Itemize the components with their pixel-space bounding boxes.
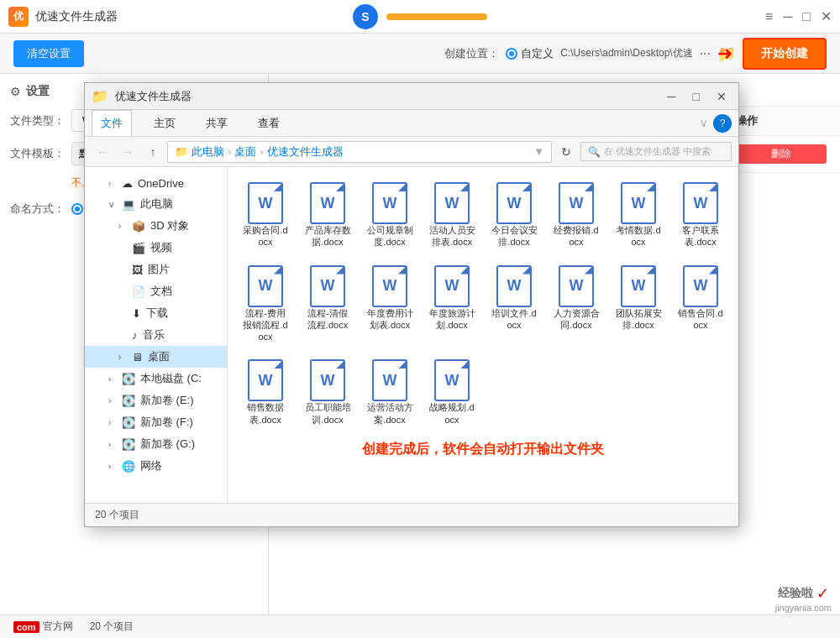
file-item[interactable]: W 战略规划.docx	[424, 354, 480, 431]
explorer-nav: ← → ↑ 📁 此电脑 › 桌面 › 优速文件生成器 ▼ ↻ 🔍 在 优速文件生…	[85, 137, 738, 167]
computer-icon: 💻	[122, 198, 135, 211]
ribbon-tab-file[interactable]: 文件	[92, 110, 132, 136]
creation-notice: 创建完成后，软件会自动打开输出文件夹	[238, 441, 728, 458]
sidebar-item-pictures[interactable]: 🖼 图片	[85, 259, 227, 280]
word-letter: W	[694, 195, 708, 212]
explorer-close-btn[interactable]: ✕	[711, 88, 732, 105]
fold-corner	[709, 266, 717, 275]
file-item[interactable]: W 公司规章制度.docx	[362, 177, 417, 254]
fold-corner	[274, 183, 282, 191]
search-placeholder[interactable]: 在 优速文件生成器 中搜索	[604, 145, 711, 158]
file-item[interactable]: W 年度费用计划表.docx	[362, 260, 417, 348]
help-button[interactable]: ?	[713, 114, 732, 133]
file-item[interactable]: W 活动人员安排表.docx	[424, 177, 480, 254]
sidebar-item-video[interactable]: 🎬 视频	[85, 237, 227, 259]
file-template-label: 文件模板：	[10, 146, 65, 161]
website-link[interactable]: com 官方网	[13, 620, 73, 634]
fold-corner	[585, 183, 593, 191]
fold-corner	[398, 266, 407, 275]
window-controls: ≡ ─ □ ✕	[765, 8, 832, 24]
sidebar-item-documents[interactable]: 📄 文档	[85, 280, 227, 302]
nav-back-btn[interactable]: ←	[92, 141, 113, 163]
sidebar-item-music[interactable]: ♪ 音乐	[85, 324, 227, 346]
word-file-icon: W	[621, 265, 656, 307]
file-item[interactable]: W 客户联系表.docx	[673, 177, 728, 254]
file-name-label: 活动人员安排表.docx	[428, 224, 476, 248]
ribbon-tab-home[interactable]: 主页	[145, 111, 184, 136]
file-item[interactable]: W 今日会议安排.docx	[486, 177, 542, 254]
file-item[interactable]: W 年度旅游计划.docx	[424, 260, 480, 348]
fold-corner	[398, 360, 407, 369]
maximize-btn[interactable]: □	[802, 9, 811, 24]
nav-up-btn[interactable]: ↑	[142, 141, 164, 163]
watermark-text: 经验啦	[778, 586, 813, 601]
word-file-icon: W	[248, 359, 283, 401]
sidebar-item-computer[interactable]: ∨ 💻 此电脑	[85, 193, 227, 215]
delete-button[interactable]: 删除	[736, 144, 827, 164]
breadcrumb-dropdown[interactable]: ▼	[533, 145, 544, 158]
file-item[interactable]: W 流程-费用报销流程.docx	[238, 260, 293, 348]
refresh-btn[interactable]: ↻	[555, 141, 577, 163]
explorer-maximize-btn[interactable]: □	[688, 88, 705, 105]
sidebar-item-fdrive[interactable]: › 💽 新加卷 (F:)	[85, 411, 227, 433]
breadcrumb-desktop[interactable]: 桌面	[234, 144, 256, 160]
word-letter: W	[632, 195, 646, 212]
file-item[interactable]: W 团队拓展安排.docx	[611, 260, 666, 348]
file-item[interactable]: W 采购合同.docx	[238, 177, 293, 254]
explorer-minimize-btn[interactable]: ─	[663, 88, 681, 105]
sidebar-item-edrive[interactable]: › 💽 新加卷 (E:)	[85, 390, 227, 411]
sidebar-label-pictures: 图片	[148, 262, 170, 277]
file-item[interactable]: W 经费报销.docx	[549, 177, 604, 254]
file-name-label: 今日会议安排.docx	[490, 224, 538, 248]
ribbon-expand-icon[interactable]: ∨	[700, 117, 708, 129]
folder-open-btn[interactable]: 📁	[717, 44, 736, 63]
file-item[interactable]: W 销售合同.docx	[673, 260, 728, 348]
nav-forward-btn[interactable]: →	[117, 141, 139, 163]
word-file-icon: W	[496, 182, 532, 224]
clear-settings-button[interactable]: 清空设置	[13, 40, 84, 67]
word-file-icon: W	[683, 182, 718, 224]
word-letter: W	[445, 277, 459, 295]
file-item[interactable]: W 产品库存数据.docx	[300, 177, 355, 254]
title-bar: 优 优速文件生成器 S ≡ ─ □ ✕	[0, 0, 840, 34]
breadcrumb-computer[interactable]: 此电脑	[192, 144, 224, 160]
close-btn[interactable]: ✕	[821, 8, 832, 24]
word-file-icon: W	[496, 265, 532, 307]
sidebar-item-3d[interactable]: › 📦 3D 对象	[85, 215, 227, 237]
ribbon-tab-share[interactable]: 共享	[197, 111, 236, 136]
bottom-count: 20 个项目	[90, 620, 134, 634]
file-item[interactable]: W 人力资源合同.docx	[549, 260, 604, 348]
word-letter: W	[570, 277, 584, 295]
sidebar-item-cdrive[interactable]: › 💽 本地磁盘 (C:	[85, 368, 227, 390]
expand-arrow-network: ›	[108, 462, 117, 471]
sidebar-item-downloads[interactable]: ⬇ 下载	[85, 302, 227, 324]
custom-radio[interactable]: 自定义	[506, 46, 554, 61]
file-item[interactable]: W 流程-清假流程.docx	[300, 260, 355, 348]
radio-circle-import	[71, 203, 83, 215]
sidebar-label-downloads: 下载	[146, 306, 168, 321]
sidebar-item-network[interactable]: › 🌐 网络	[85, 455, 227, 477]
sidebar-item-onedrive[interactable]: › ☁ OneDrive	[85, 174, 227, 193]
file-item[interactable]: W 销售数据表.docx	[238, 354, 293, 431]
file-name-label: 年度旅游计划.docx	[428, 307, 476, 332]
sidebar-item-desktop[interactable]: › 🖥 桌面	[85, 346, 227, 368]
file-item[interactable]: W 培训文件.docx	[486, 260, 542, 348]
file-item[interactable]: W 运营活动方案.docx	[362, 354, 417, 431]
sidebar-item-gdrive[interactable]: › 💽 新加卷 (G:)	[85, 433, 227, 455]
word-file-icon: W	[434, 359, 470, 401]
start-create-button[interactable]: 开始创建	[743, 38, 827, 70]
minimize-btn[interactable]: ─	[783, 9, 792, 24]
path-display: C:\Users\admin\Desktop\优速	[560, 46, 692, 60]
ribbon-tab-view[interactable]: 查看	[249, 111, 288, 136]
breadcrumb-current[interactable]: 优速文件生成器	[267, 144, 344, 160]
file-item[interactable]: W 员工职能培训.docx	[300, 354, 355, 431]
file-name-label: 流程-清假流程.docx	[303, 307, 352, 332]
file-item[interactable]: W 考情数据.docx	[611, 177, 666, 254]
menu-icon[interactable]: ≡	[765, 9, 773, 24]
files-grid: W 采购合同.docx W 产品库存数据.docx W 公司规章制度.docx …	[238, 177, 728, 431]
main-content: ⚙ 设置 文件类型： Word文档 文件模板： 默认... 📄 不上传 命名方式…	[0, 74, 840, 638]
path-more-btn[interactable]: ···	[700, 46, 711, 61]
breadcrumb-sep2: ›	[260, 145, 263, 158]
website-label: 官方网	[43, 620, 73, 634]
col-action: 操作	[736, 113, 827, 128]
